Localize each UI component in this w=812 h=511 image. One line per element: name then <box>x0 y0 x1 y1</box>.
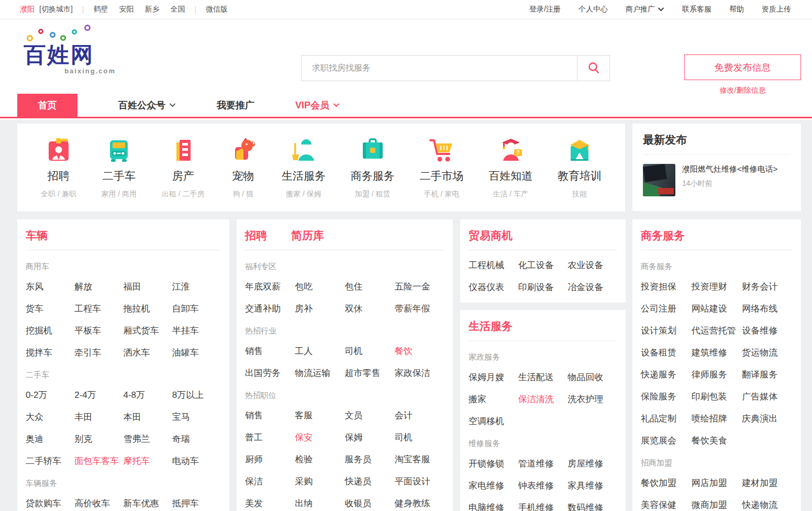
category-link[interactable]: 手机维修 <box>518 502 568 511</box>
section-heading-link[interactable]: 车辆 <box>26 229 48 242</box>
search-input[interactable] <box>302 55 577 81</box>
category-link[interactable]: 会计 <box>395 409 444 421</box>
category-link[interactable]: 平板车 <box>74 325 123 337</box>
category-graduate[interactable]: ?百姓知道生活 / 车产 <box>488 137 532 212</box>
category-cart[interactable]: 二手市场手机 / 家电 <box>419 137 463 212</box>
category-link[interactable]: 电动车 <box>172 455 221 467</box>
category-building[interactable]: 房产出租 / 二手房 <box>162 137 205 212</box>
category-link[interactable]: 公司注册 <box>641 303 692 315</box>
nav-tab[interactable]: 百姓公众号 <box>118 94 176 117</box>
listing-thumbnail[interactable] <box>643 164 675 196</box>
category-link[interactable]: 8万以上 <box>172 389 221 401</box>
category-link[interactable]: 解放 <box>74 281 123 293</box>
category-link[interactable]: 司机 <box>395 431 444 443</box>
category-car[interactable]: 二手车家用 / 商用 <box>101 137 137 212</box>
category-link[interactable]: 货车 <box>26 303 74 315</box>
category-link[interactable]: 网站建设 <box>692 303 742 315</box>
category-link[interactable]: 厨师 <box>245 453 295 465</box>
category-link[interactable]: 生活配送 <box>518 371 568 383</box>
category-link[interactable]: 设备租赁 <box>641 347 692 359</box>
category-link[interactable]: 包住 <box>345 281 395 293</box>
category-link[interactable]: 冶金设备 <box>568 281 617 293</box>
section-heading-link[interactable]: 生活服务 <box>469 319 513 332</box>
category-link[interactable]: 庆典演出 <box>742 413 793 425</box>
category-link[interactable]: 管道维修 <box>518 458 568 470</box>
category-link[interactable]: 建材加盟 <box>742 477 793 489</box>
category-link[interactable]: 半挂车 <box>172 325 221 337</box>
category-link[interactable]: 0-2万 <box>26 389 74 401</box>
category-link[interactable]: 牵引车 <box>74 347 123 359</box>
category-link[interactable]: 印刷包装 <box>692 391 742 403</box>
category-link[interactable]: 高价收车 <box>74 497 123 509</box>
category-link[interactable]: 房屋维修 <box>568 458 617 470</box>
category-link[interactable]: 电脑维修 <box>469 502 518 511</box>
listing-title[interactable]: 濮阳燃气灶维修<维修电话> <box>682 164 778 174</box>
category-sublinks[interactable]: 狗 / 猫 <box>229 190 257 199</box>
category-link[interactable]: 贷款购车 <box>26 497 74 509</box>
category-link[interactable]: 自卸车 <box>172 303 221 315</box>
category-link[interactable]: 代运营托管 <box>692 325 742 337</box>
category-link[interactable]: 油罐车 <box>172 347 221 359</box>
category-link[interactable]: 投资担保 <box>641 281 692 293</box>
category-link[interactable]: 别克 <box>74 433 123 445</box>
category-link[interactable]: 物品回收 <box>568 371 617 383</box>
category-link[interactable]: 丰田 <box>74 411 123 423</box>
category-sublinks[interactable]: 加盟 / 租赁 <box>351 190 395 199</box>
category-link[interactable]: 数码维修 <box>568 502 617 511</box>
topbar-link[interactable]: 登录/注册 <box>529 5 561 14</box>
category-link[interactable]: 福田 <box>124 281 172 293</box>
category-badge[interactable]: 招聘全职 / 兼职 <box>41 137 76 212</box>
category-link[interactable]: 微商加盟 <box>692 499 742 511</box>
section-heading-link[interactable]: 简历库 <box>291 229 324 242</box>
category-link[interactable]: 翻译服务 <box>742 369 793 381</box>
category-link[interactable]: 面包车客车 <box>74 455 123 467</box>
category-link[interactable]: 印刷设备 <box>518 281 568 293</box>
category-link[interactable]: 奥迪 <box>26 433 74 445</box>
category-sublinks[interactable]: 全职 / 兼职 <box>41 190 76 199</box>
category-link[interactable]: 新车优惠 <box>124 497 172 509</box>
category-link[interactable]: 双休 <box>345 303 395 315</box>
category-link[interactable]: 餐饮美食 <box>692 435 742 447</box>
nav-tab[interactable]: VIP会员 <box>295 94 340 117</box>
category-link[interactable]: 平面设计 <box>395 475 444 487</box>
category-link[interactable]: 家具维修 <box>568 480 617 492</box>
category-link[interactable]: 建筑维修 <box>692 347 742 359</box>
category-sublinks[interactable]: 家用 / 商用 <box>101 190 137 199</box>
switch-city-link[interactable]: [切换城市] <box>39 5 73 14</box>
category-link[interactable]: 二手轿车 <box>26 455 74 467</box>
topbar-link[interactable]: 帮助 <box>729 5 744 14</box>
nearby-city-link[interactable]: 鹤壁 <box>93 5 108 14</box>
category-link[interactable]: 网店加盟 <box>692 477 742 489</box>
category-link[interactable]: 仪器仪表 <box>469 281 518 293</box>
category-link[interactable]: 餐饮加盟 <box>641 477 692 489</box>
baixing-logo[interactable]: 百姓网 baixing.com <box>24 24 118 75</box>
category-link[interactable]: 奇瑞 <box>172 433 221 445</box>
category-sublinks[interactable]: 出租 / 二手房 <box>162 190 205 199</box>
category-link[interactable]: 快递服务 <box>641 369 692 381</box>
category-link[interactable]: 房补 <box>295 303 344 315</box>
search-button[interactable] <box>577 55 609 81</box>
category-link[interactable]: 财务会计 <box>742 281 793 293</box>
category-school[interactable]: 教育培训技能 <box>558 137 602 212</box>
category-link[interactable]: 律师服务 <box>692 369 742 381</box>
category-link[interactable]: 网络布线 <box>742 303 793 315</box>
category-link[interactable]: 检验 <box>295 453 344 465</box>
post-free-button[interactable]: 免费发布信息 <box>684 54 801 80</box>
category-link[interactable]: 江淮 <box>172 281 221 293</box>
category-link[interactable]: 文员 <box>345 409 395 421</box>
category-briefcase[interactable]: 商务服务加盟 / 租赁 <box>351 137 395 212</box>
category-link[interactable]: 礼品定制 <box>641 413 692 425</box>
category-link[interactable]: 服务员 <box>345 453 395 465</box>
category-link[interactable]: 销售 <box>245 409 295 421</box>
category-link[interactable]: 家政保洁 <box>395 367 444 379</box>
category-link[interactable]: 雪弗兰 <box>124 433 172 445</box>
topbar-link[interactable]: 资质上传 <box>762 5 791 14</box>
category-link[interactable]: 空调移机 <box>469 415 518 427</box>
category-sublinks[interactable]: 生活 / 车产 <box>488 190 532 199</box>
section-heading-link[interactable]: 招聘 <box>245 229 267 242</box>
category-link[interactable]: 拖拉机 <box>124 303 172 315</box>
category-link[interactable]: 挖掘机 <box>26 325 74 337</box>
category-person[interactable]: 生活服务搬家 / 保姆 <box>282 137 326 212</box>
category-dog[interactable]: 宠物狗 / 猫 <box>229 137 257 212</box>
current-city-link[interactable]: 濮阳 <box>20 5 35 14</box>
